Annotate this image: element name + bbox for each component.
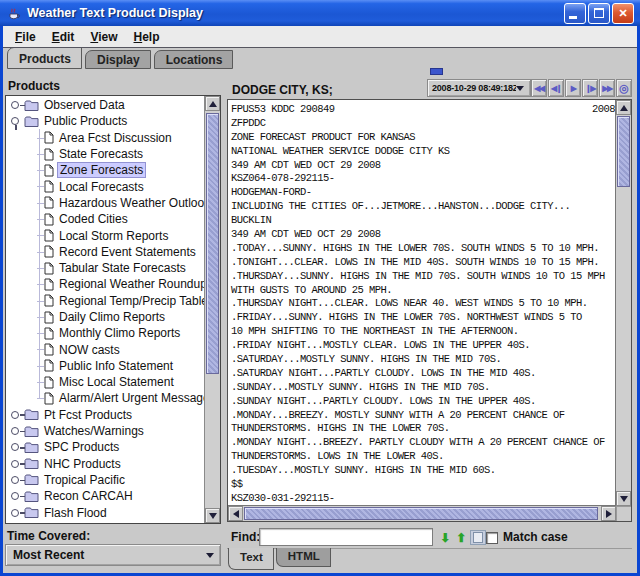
- match-case-checkbox[interactable]: [486, 532, 498, 544]
- scroll-up-icon[interactable]: [205, 96, 220, 111]
- tree-item-nhc-products[interactable]: NHC Products: [6, 456, 205, 472]
- tree-collapsed-handle-icon[interactable]: [8, 508, 24, 518]
- tree-item-label: Regional Weather Roundups: [57, 277, 205, 291]
- folder-icon: [24, 490, 39, 503]
- text-line: WITH GUSTS TO AROUND 25 MPH.: [231, 284, 616, 298]
- tree-item-label: Misc Local Statement: [57, 375, 176, 389]
- scroll-left-icon[interactable]: [228, 506, 243, 521]
- text-line: 10 MPH SHIFTING TO THE NORTHEAST IN THE …: [231, 325, 616, 339]
- scroll-up-icon[interactable]: [616, 100, 631, 115]
- window-border: [0, 26, 3, 576]
- highlight-all-button[interactable]: [470, 530, 486, 545]
- match-case-label: Match case: [503, 530, 568, 544]
- tree-item-label: Zone Forecasts: [57, 162, 146, 178]
- tree-collapsed-handle-icon[interactable]: [8, 491, 24, 501]
- tree-item-watches-warnings[interactable]: Watches/Warnings: [6, 423, 205, 439]
- text-hscroll-thumb[interactable]: [244, 507, 598, 520]
- maximize-icon[interactable]: [588, 3, 610, 24]
- tree-item-record-event-statements[interactable]: Record Event Statements: [6, 244, 205, 260]
- tree-item-misc-local-statement[interactable]: Misc Local Statement: [6, 374, 205, 390]
- tree-item-coded-cities[interactable]: Coded Cities: [6, 211, 205, 227]
- tree-item-local-storm-reports[interactable]: Local Storm Reports: [6, 227, 205, 243]
- text-line: .MONDAY...BREEZY. MOSTLY SUNNY WITH A 20…: [231, 409, 616, 423]
- tree-expanded-handle-icon[interactable]: [8, 116, 24, 126]
- text-line: .TONIGHT...CLEAR. LOWS IN THE MID 40S. S…: [231, 256, 616, 270]
- menu-file[interactable]: File: [7, 28, 44, 46]
- find-input[interactable]: [259, 528, 433, 546]
- tree-item-public-info-statement[interactable]: Public Info Statement: [6, 358, 205, 374]
- text-horizontal-scrollbar[interactable]: [228, 505, 616, 521]
- tree-item-label: SPC Products: [42, 440, 121, 454]
- tree-item-partial[interactable]: [6, 521, 205, 523]
- bottom-tab-text[interactable]: Text: [228, 548, 274, 570]
- folder-icon: [24, 425, 39, 438]
- minimize-icon[interactable]: [564, 3, 586, 24]
- tree-item-monthly-climo-reports[interactable]: Monthly Climo Reports: [6, 325, 205, 341]
- tree-item-label: Regional Temp/Precip Tables: [57, 294, 205, 308]
- tree-collapsed-handle-icon[interactable]: [8, 410, 24, 420]
- tree-collapsed-handle-icon[interactable]: [8, 442, 24, 452]
- top-tabs: ProductsDisplayLocations: [7, 50, 236, 69]
- text-line: .MONDAY NIGHT...BREEZY. PARTLY CLOUDY WI…: [231, 436, 616, 450]
- find-next-button[interactable]: ⬇: [438, 530, 452, 545]
- tab-display[interactable]: Display: [85, 50, 151, 69]
- tree-item-recon-carcah[interactable]: Recon CARCAH: [6, 488, 205, 504]
- step-forward-button[interactable]: ❙▶: [582, 79, 598, 97]
- tree-collapsed-handle-icon[interactable]: [8, 459, 24, 469]
- tree-item-public-products[interactable]: Public Products: [6, 113, 205, 129]
- document-icon: [44, 327, 54, 340]
- tab-products[interactable]: Products: [7, 47, 82, 69]
- tree-item-tropical-pacific[interactable]: Tropical Pacific: [6, 472, 205, 488]
- product-text-pane: 2008FPUS53 KDDC 290849ZFPDDCZONE FORECAS…: [227, 99, 632, 522]
- menu-help[interactable]: Help: [126, 28, 168, 46]
- tree-scrollbar-thumb[interactable]: [206, 113, 219, 374]
- tree-item-pt-fcst-products[interactable]: Pt Fcst Products: [6, 407, 205, 423]
- tree-item-area-fcst-discussion[interactable]: Area Fcst Discussion: [6, 130, 205, 146]
- text-line: .TODAY...SUNNY. HIGHS IN THE LOWER 70S. …: [231, 242, 616, 256]
- tree-collapsed-handle-icon[interactable]: [8, 426, 24, 436]
- tree-scrollbar[interactable]: [204, 96, 220, 523]
- rewind-button[interactable]: ◀◀: [531, 79, 547, 97]
- tree-item-state-forecasts[interactable]: State Forecasts: [6, 146, 205, 162]
- text-line: .THURSDAY...SUNNY. HIGHS IN THE MID 70S.…: [231, 270, 616, 284]
- document-icon: [44, 343, 54, 356]
- step-back-button[interactable]: ◀❙: [548, 79, 564, 97]
- tab-locations[interactable]: Locations: [154, 50, 234, 69]
- tree-item-regional-weather-roundups[interactable]: Regional Weather Roundups: [6, 276, 205, 292]
- scroll-down-icon[interactable]: [616, 491, 631, 506]
- tree-item-flash-flood[interactable]: Flash Flood: [6, 504, 205, 520]
- tree-item-tabular-state-forecasts[interactable]: Tabular State Forecasts: [6, 260, 205, 276]
- scroll-right-icon[interactable]: [601, 506, 616, 521]
- product-text[interactable]: 2008FPUS53 KDDC 290849ZFPDDCZONE FORECAS…: [228, 100, 616, 506]
- java-icon: [6, 5, 22, 21]
- close-icon[interactable]: ✕: [612, 3, 634, 24]
- chevron-down-icon: [206, 553, 214, 558]
- text-line: THUNDERSTORMS. LOWS IN THE LOWER 40S.: [231, 450, 616, 464]
- products-tree: Observed DataPublic ProductsArea Fcst Di…: [5, 95, 221, 524]
- scroll-down-icon[interactable]: [205, 508, 220, 523]
- tree-item-daily-climo-reports[interactable]: Daily Climo Reports: [6, 309, 205, 325]
- tree-item-local-forecasts[interactable]: Local Forecasts: [6, 178, 205, 194]
- tree-collapsed-handle-icon[interactable]: [8, 100, 24, 110]
- play-button[interactable]: ▶: [565, 79, 581, 97]
- bottom-tab-html[interactable]: HTML: [276, 548, 331, 567]
- tree-item-spc-products[interactable]: SPC Products: [6, 439, 205, 455]
- loop-button[interactable]: ◎: [616, 79, 632, 97]
- menu-view[interactable]: View: [82, 28, 125, 46]
- tree-item-zone-forecasts[interactable]: Zone Forecasts: [6, 162, 205, 178]
- text-vscroll-thumb[interactable]: [617, 116, 630, 187]
- find-prev-button[interactable]: ⬆: [454, 530, 468, 545]
- tree-item-regional-temp-precip-tables[interactable]: Regional Temp/Precip Tables: [6, 293, 205, 309]
- menu-edit[interactable]: Edit: [44, 28, 83, 46]
- time-covered-select[interactable]: Most Recent: [5, 544, 221, 566]
- tree-item-observed-data[interactable]: Observed Data: [6, 97, 205, 113]
- text-vertical-scrollbar[interactable]: [615, 100, 631, 506]
- text-line: THUNDERSTORMS. HIGHS IN THE LOWER 70S.: [231, 422, 616, 436]
- datetime-select[interactable]: 2008-10-29 08:49:18Z: [427, 79, 531, 97]
- fast-forward-button[interactable]: ▶▶: [599, 79, 615, 97]
- tree-item-hazardous-weather-outlook[interactable]: Hazardous Weather Outlook: [6, 195, 205, 211]
- tree-item-alarm-alert-urgent-message[interactable]: Alarm/Alert Urgent Message: [6, 390, 205, 406]
- tree-item-now-casts[interactable]: NOW casts: [6, 341, 205, 357]
- tree-collapsed-handle-icon[interactable]: [8, 475, 24, 485]
- text-line: 349 AM CDT WED OCT 29 2008: [231, 228, 616, 242]
